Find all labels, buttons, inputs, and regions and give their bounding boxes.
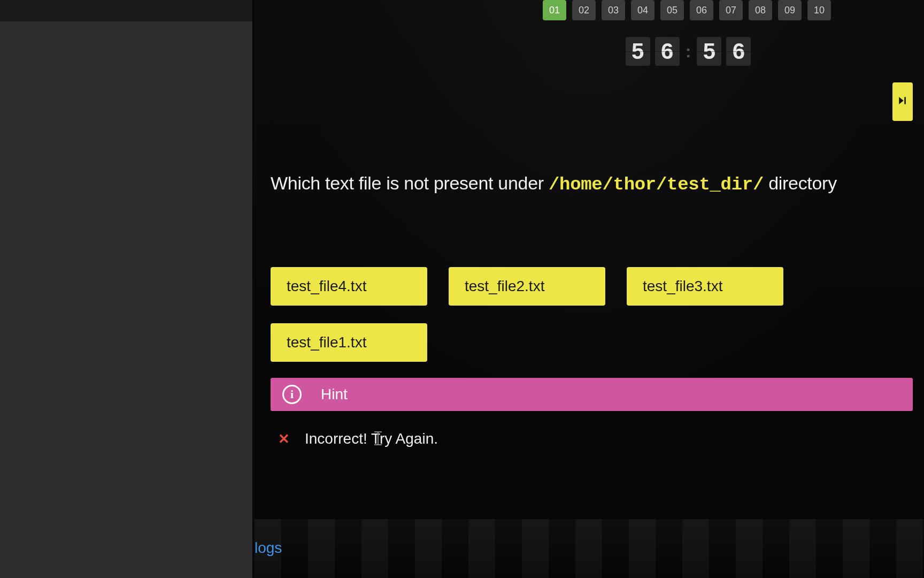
feedback-row: ✕ Incorrect! Try Again. xyxy=(278,430,924,447)
step-pill-04[interactable]: 04 xyxy=(631,0,654,20)
answers-grid: test_file4.txt test_file2.txt test_file3… xyxy=(271,267,924,362)
feedback-text-value: Incorrect! Try Again. xyxy=(305,430,438,447)
step-pill-01[interactable]: 01 xyxy=(543,0,566,20)
hint-button[interactable]: i Hint xyxy=(271,378,913,411)
question-prefix: Which text file is not present under xyxy=(271,173,549,193)
answer-option-1[interactable]: test_file4.txt xyxy=(271,267,427,306)
step-pill-08[interactable]: 08 xyxy=(749,0,772,20)
step-pill-06[interactable]: 06 xyxy=(690,0,713,20)
svg-rect-0 xyxy=(904,97,906,104)
timer-minute-tens: 5 xyxy=(626,37,650,66)
step-pill-07[interactable]: 07 xyxy=(719,0,743,20)
timer-second-tens: 5 xyxy=(697,37,721,66)
timer-second-ones: 6 xyxy=(726,37,751,66)
info-icon: i xyxy=(282,385,302,404)
timer-minute-ones: 6 xyxy=(655,37,680,66)
incorrect-icon: ✕ xyxy=(278,431,290,447)
step-pill-02[interactable]: 02 xyxy=(572,0,596,20)
sidebar-panel xyxy=(0,0,252,578)
main-panel: 01 02 03 04 05 06 07 08 09 10 5 6 : 5 6 … xyxy=(255,0,924,578)
hint-label: Hint xyxy=(321,386,348,403)
step-pill-09[interactable]: 09 xyxy=(778,0,802,20)
step-pill-05[interactable]: 05 xyxy=(660,0,684,20)
question-text: Which text file is not present under /ho… xyxy=(271,173,924,195)
answer-option-2[interactable]: test_file2.txt xyxy=(449,267,605,306)
question-suffix: directory xyxy=(764,173,837,193)
step-navigator: 01 02 03 04 05 06 07 08 09 10 xyxy=(450,0,924,20)
question-code-path: /home/thor/test_dir/ xyxy=(549,174,764,195)
timer-colon: : xyxy=(684,42,692,62)
countdown-timer: 5 6 : 5 6 xyxy=(452,37,924,66)
answer-option-3[interactable]: test_file3.txt xyxy=(627,267,783,306)
skip-next-icon xyxy=(897,95,908,108)
sidebar-header-strip xyxy=(0,0,252,21)
logs-link[interactable]: logs xyxy=(255,539,282,557)
step-pill-03[interactable]: 03 xyxy=(602,0,625,20)
answer-option-4[interactable]: test_file1.txt xyxy=(271,323,427,362)
step-pill-10[interactable]: 10 xyxy=(807,0,831,20)
skip-next-button[interactable] xyxy=(892,82,913,121)
feedback-text: Incorrect! Try Again. xyxy=(305,430,438,447)
